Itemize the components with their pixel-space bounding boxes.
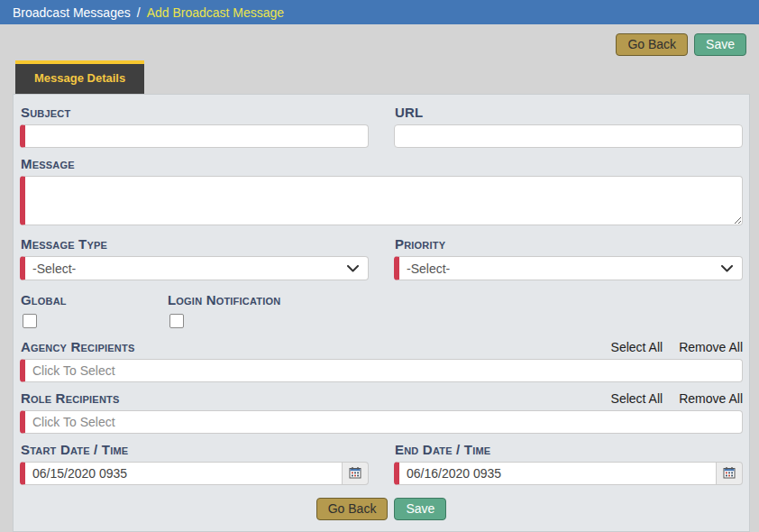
- breadcrumb: Broadcast Messages / Add Broadcast Messa…: [0, 0, 759, 24]
- subject-input[interactable]: [20, 124, 369, 148]
- priority-selected-value: -Select-: [407, 261, 450, 276]
- login-notification-checkbox[interactable]: [169, 314, 184, 328]
- breadcrumb-current: Add Broadcast Message: [147, 5, 285, 20]
- global-label: Global: [21, 292, 166, 307]
- role-remove-all-link[interactable]: Remove All: [679, 391, 743, 406]
- login-notification-label: Login Notification: [168, 292, 280, 307]
- go-back-button-bottom[interactable]: Go Back: [316, 498, 389, 520]
- start-date-label: Start Date / Time: [21, 442, 368, 457]
- breadcrumb-parent-link[interactable]: Broadcast Messages: [13, 5, 131, 20]
- agency-recipients-input[interactable]: [20, 359, 743, 382]
- priority-label: Priority: [395, 236, 742, 252]
- end-date-calendar-button[interactable]: [717, 462, 743, 485]
- end-date-input[interactable]: [394, 462, 717, 485]
- message-details-panel: Subject URL Message Message Type -Select…: [13, 94, 750, 532]
- end-date-label: End Date / Time: [395, 442, 742, 457]
- save-button-bottom[interactable]: Save: [394, 498, 446, 520]
- message-label: Message: [21, 156, 742, 171]
- url-label: URL: [395, 105, 742, 120]
- role-recipients-input[interactable]: [20, 410, 743, 434]
- message-textarea[interactable]: [20, 176, 743, 225]
- chevron-down-icon: [347, 265, 359, 272]
- footer-toolbar: Go Back Save: [20, 498, 743, 520]
- start-date-calendar-button[interactable]: [343, 462, 369, 485]
- chevron-down-icon: [721, 265, 733, 272]
- agency-recipients-label: Agency Recipients: [21, 339, 594, 354]
- breadcrumb-separator: /: [137, 5, 141, 20]
- top-toolbar: Go Back Save: [0, 33, 746, 56]
- calendar-icon: [349, 466, 361, 482]
- tab-message-details[interactable]: Message Details: [15, 60, 144, 94]
- message-type-select[interactable]: -Select-: [20, 256, 369, 280]
- go-back-button-top[interactable]: Go Back: [616, 33, 688, 56]
- message-type-label: Message Type: [21, 236, 368, 252]
- agency-remove-all-link[interactable]: Remove All: [679, 340, 743, 354]
- role-recipients-label: Role Recipients: [21, 390, 594, 406]
- role-select-all-link[interactable]: Select All: [611, 391, 663, 406]
- url-input[interactable]: [394, 124, 743, 148]
- agency-select-all-link[interactable]: Select All: [611, 340, 663, 354]
- message-type-selected-value: -Select-: [32, 261, 76, 276]
- save-button-top[interactable]: Save: [694, 33, 746, 56]
- priority-select[interactable]: -Select-: [394, 256, 743, 280]
- global-checkbox[interactable]: [23, 314, 37, 328]
- subject-label: Subject: [21, 105, 368, 120]
- calendar-icon: [723, 466, 736, 482]
- start-date-input[interactable]: [20, 462, 343, 485]
